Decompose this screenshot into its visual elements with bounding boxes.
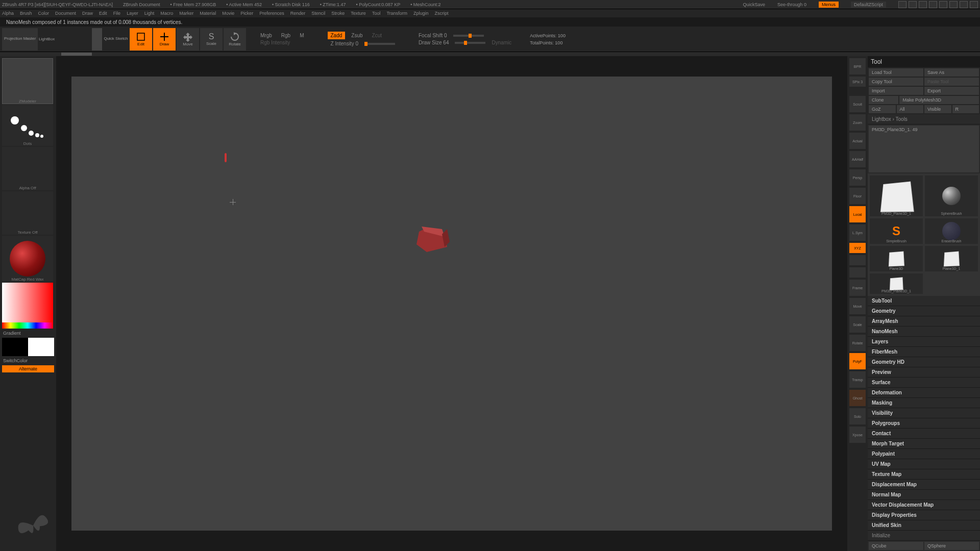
- minimize-icon[interactable]: [939, 1, 947, 8]
- section-polypaint[interactable]: Polypaint: [868, 449, 980, 459]
- goz-all-button[interactable]: All: [897, 105, 924, 113]
- quicksave-button[interactable]: QuickSave: [743, 2, 765, 7]
- section-fibermesh[interactable]: FiberMesh: [868, 347, 980, 357]
- section-morph-target[interactable]: Morph Target: [868, 439, 980, 449]
- tool-thumb-simple[interactable]: SSimpleBrush: [870, 218, 923, 244]
- frame-button[interactable]: Frame: [849, 280, 866, 296]
- canvas[interactable]: [71, 77, 832, 531]
- menu-draw[interactable]: Draw: [82, 11, 93, 16]
- tool-thumb-plane3d[interactable]: Plane3D: [870, 246, 923, 271]
- gradient-label[interactable]: Gradient: [2, 330, 54, 337]
- goz-visible-button[interactable]: Visible: [924, 105, 951, 113]
- local-button[interactable]: Local: [849, 206, 866, 222]
- material-slot[interactable]: MatCap Red Wax: [2, 236, 53, 282]
- scale-button[interactable]: SScale: [200, 28, 223, 51]
- section-vector-displacement-map[interactable]: Vector Displacement Map: [868, 500, 980, 510]
- menu-edit[interactable]: Edit: [99, 11, 107, 16]
- menu-document[interactable]: Document: [55, 11, 76, 16]
- alpha-slot[interactable]: Alpha Off: [2, 147, 53, 190]
- menu-transform[interactable]: Transform: [386, 11, 407, 16]
- section-surface[interactable]: Surface: [868, 378, 980, 388]
- section-unified-skin[interactable]: Unified Skin: [868, 520, 980, 531]
- menu-zplugin[interactable]: Zplugin: [413, 11, 429, 16]
- lightbox-tools[interactable]: Lightbox › Tools: [868, 114, 980, 124]
- menu-preferences[interactable]: Preferences: [259, 11, 284, 16]
- tool-panel-header[interactable]: Tool: [868, 56, 980, 67]
- menu-texture[interactable]: Texture: [351, 11, 366, 16]
- qcube-button[interactable]: QCube: [869, 542, 923, 550]
- menu-file[interactable]: File: [113, 11, 121, 16]
- bw-swatches[interactable]: [2, 338, 54, 356]
- menu-macro[interactable]: Macro: [160, 11, 173, 16]
- current-tool-name[interactable]: PM3D_Plane3D_1. 49: [869, 126, 979, 172]
- section-initialize[interactable]: Initialize: [868, 531, 980, 541]
- xyz-button[interactable]: XYZ: [849, 243, 866, 253]
- section-deformation[interactable]: Deformation: [868, 388, 980, 398]
- menu-material[interactable]: Material: [200, 11, 216, 16]
- m-button[interactable]: M: [297, 33, 307, 38]
- section-preview[interactable]: Preview: [868, 367, 980, 378]
- mrgb-button[interactable]: Mrgb: [257, 33, 275, 38]
- load-tool-button[interactable]: Load Tool: [869, 68, 923, 77]
- rgb-button[interactable]: Rgb: [278, 33, 293, 38]
- restore-icon[interactable]: [960, 1, 968, 8]
- section-visibility[interactable]: Visibility: [868, 408, 980, 418]
- alternate-button[interactable]: Alternate: [2, 365, 54, 372]
- save-as-button[interactable]: Save As: [924, 68, 979, 77]
- panel-handle[interactable]: [61, 53, 92, 56]
- projection-master-button[interactable]: Projection Master: [2, 28, 38, 51]
- aahalf-button[interactable]: AAHalf: [849, 151, 866, 167]
- focal-slider[interactable]: [453, 35, 484, 37]
- stroke-dots[interactable]: Dots: [2, 105, 53, 146]
- window-icon-2[interactable]: [909, 1, 917, 8]
- zadd-button[interactable]: Zadd: [328, 32, 346, 39]
- menu-light[interactable]: Light: [144, 11, 155, 16]
- switch-color[interactable]: SwitchColor: [2, 357, 54, 364]
- window-icon-3[interactable]: [919, 1, 927, 8]
- section-normal-map[interactable]: Normal Map: [868, 490, 980, 500]
- section-texture-map[interactable]: Texture Map: [868, 469, 980, 480]
- edit-button[interactable]: Edit: [130, 28, 152, 51]
- tool-thumb-plane3d1[interactable]: Plane3D_1: [925, 246, 978, 271]
- default-zscript[interactable]: DefaultZScript: [851, 2, 886, 8]
- paste-tool-button[interactable]: Paste Tool: [924, 78, 979, 86]
- xpose-button[interactable]: Xpose: [849, 427, 866, 443]
- persp-button[interactable]: Persp: [849, 169, 866, 186]
- zoom-button[interactable]: Zoom: [849, 114, 866, 131]
- section-subtool[interactable]: SubTool: [868, 296, 980, 306]
- import-button[interactable]: Import: [869, 87, 923, 95]
- ghost-button[interactable]: Ghost: [849, 390, 866, 406]
- tool-thumb-eraser[interactable]: EraserBrush: [925, 218, 978, 244]
- section-layers[interactable]: Layers: [868, 337, 980, 347]
- menu-picker[interactable]: Picker: [240, 11, 253, 16]
- section-geometry-hd[interactable]: Geometry HD: [868, 357, 980, 367]
- section-geometry[interactable]: Geometry: [868, 306, 980, 316]
- actual-button[interactable]: Actual: [849, 133, 866, 149]
- z-intensity-slider[interactable]: [364, 43, 395, 45]
- color-picker[interactable]: [2, 283, 53, 329]
- draw-button[interactable]: Draw: [153, 28, 176, 51]
- mesh-cube[interactable]: [414, 227, 455, 257]
- z-intensity[interactable]: Z Intensity 0: [328, 41, 361, 46]
- make-polymesh-button[interactable]: Make PolyMesh3D: [899, 96, 979, 104]
- menu-render[interactable]: Render: [290, 11, 306, 16]
- rotate-button[interactable]: Rotate: [224, 28, 246, 51]
- see-through[interactable]: See-through 0: [777, 2, 806, 7]
- z-button[interactable]: [849, 267, 866, 278]
- quicksketch-button[interactable]: Quick Sketch: [103, 28, 129, 51]
- scroll-button[interactable]: Scroll: [849, 96, 866, 112]
- zsub-button[interactable]: Zsub: [348, 33, 365, 38]
- qsphere-button[interactable]: QSphere: [924, 542, 979, 550]
- menu-movie[interactable]: Movie: [222, 11, 234, 16]
- floor-button[interactable]: Floor: [849, 188, 866, 204]
- transp-button[interactable]: Transp: [849, 371, 866, 388]
- zmodeler-thumb[interactable]: ZModeler: [2, 58, 53, 104]
- dynamic-label[interactable]: Dynamic: [488, 40, 514, 45]
- menu-stencil[interactable]: Stencil: [311, 11, 325, 16]
- maximize-icon[interactable]: [949, 1, 958, 8]
- texture-slot[interactable]: Texture Off: [2, 191, 53, 235]
- tool-thumb-plane[interactable]: PM3D_Plane3D_1: [870, 176, 923, 216]
- menu-brush[interactable]: Brush: [20, 11, 32, 16]
- section-uv-map[interactable]: UV Map: [868, 459, 980, 469]
- window-icon-1[interactable]: [898, 1, 906, 8]
